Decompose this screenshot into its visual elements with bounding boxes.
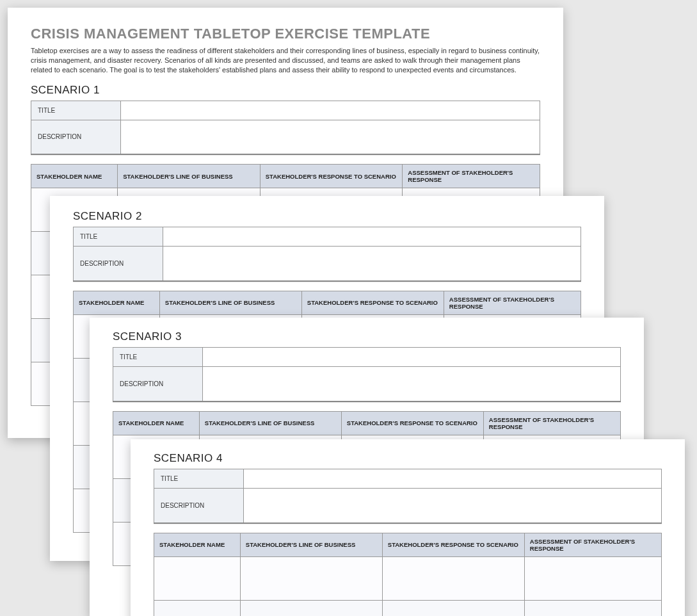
table-row: TITLE	[74, 227, 581, 247]
col-line-of-business: STAKEHOLDER'S LINE OF BUSINESS	[118, 165, 260, 188]
col-stakeholder-name: STAKEHOLDER NAME	[154, 533, 241, 556]
scenario-4-info-table: TITLE DESCRIPTION	[154, 469, 662, 524]
cell[interactable]	[240, 556, 382, 600]
col-assessment: ASSESSMENT OF STAKEHOLDER'S RESPONSE	[403, 165, 540, 188]
scenario-1-info-table: TITLE DESCRIPTION	[31, 101, 540, 156]
cell[interactable]	[154, 556, 241, 600]
scenario-4-heading: SCENARIO 4	[154, 452, 662, 465]
description-label: DESCRIPTION	[31, 120, 121, 154]
title-label: TITLE	[154, 469, 244, 489]
table-row	[154, 600, 662, 616]
col-response: STAKEHOLDER'S RESPONSE TO SCENARIO	[341, 411, 483, 435]
table-header-row: STAKEHOLDER NAME STAKEHOLDER'S LINE OF B…	[74, 291, 581, 314]
table-header-row: STAKEHOLDER NAME STAKEHOLDER'S LINE OF B…	[113, 411, 621, 435]
table-row: DESCRIPTION	[31, 120, 540, 154]
title-value[interactable]	[244, 469, 662, 489]
title-label: TITLE	[31, 101, 121, 120]
title-value[interactable]	[163, 227, 581, 247]
scenario-3-info-table: TITLE DESCRIPTION	[113, 347, 621, 402]
cell[interactable]	[524, 600, 661, 616]
col-stakeholder-name: STAKEHOLDER NAME	[74, 291, 160, 314]
col-line-of-business: STAKEHOLDER'S LINE OF BUSINESS	[159, 291, 301, 314]
col-response: STAKEHOLDER'S RESPONSE TO SCENARIO	[260, 165, 403, 188]
col-line-of-business: STAKEHOLDER'S LINE OF BUSINESS	[240, 533, 382, 556]
scenario-3-heading: SCENARIO 3	[113, 330, 621, 343]
description-value[interactable]	[203, 367, 621, 401]
table-row: TITLE	[154, 469, 662, 489]
table-row	[154, 556, 662, 600]
title-label: TITLE	[113, 348, 203, 367]
title-label: TITLE	[74, 227, 163, 247]
cell[interactable]	[240, 600, 382, 616]
scenario-2-info-table: TITLE DESCRIPTION	[73, 227, 581, 282]
description-value[interactable]	[163, 247, 581, 281]
col-stakeholder-name: STAKEHOLDER NAME	[113, 411, 200, 435]
cell[interactable]	[382, 556, 524, 600]
description-value[interactable]	[244, 489, 662, 523]
col-assessment: ASSESSMENT OF STAKEHOLDER'S RESPONSE	[444, 291, 581, 314]
col-line-of-business: STAKEHOLDER'S LINE OF BUSINESS	[199, 411, 341, 435]
description-label: DESCRIPTION	[154, 489, 244, 523]
table-row: DESCRIPTION	[154, 489, 662, 523]
description-label: DESCRIPTION	[113, 367, 203, 401]
template-page-4: SCENARIO 4 TITLE DESCRIPTION STAKEHOLDER…	[131, 439, 685, 616]
table-header-row: STAKEHOLDER NAME STAKEHOLDER'S LINE OF B…	[154, 533, 662, 556]
col-response: STAKEHOLDER'S RESPONSE TO SCENARIO	[301, 291, 444, 314]
table-header-row: STAKEHOLDER NAME STAKEHOLDER'S LINE OF B…	[31, 165, 540, 188]
table-row: TITLE	[31, 101, 540, 120]
document-title: CRISIS MANAGEMENT TABLETOP EXERCISE TEMP…	[31, 26, 540, 42]
description-label: DESCRIPTION	[74, 247, 163, 281]
scenario-4-stakeholder-table: STAKEHOLDER NAME STAKEHOLDER'S LINE OF B…	[154, 533, 662, 617]
col-assessment: ASSESSMENT OF STAKEHOLDER'S RESPONSE	[524, 533, 661, 556]
col-response: STAKEHOLDER'S RESPONSE TO SCENARIO	[382, 533, 524, 556]
col-stakeholder-name: STAKEHOLDER NAME	[31, 165, 118, 188]
table-row: DESCRIPTION	[74, 247, 581, 281]
cell[interactable]	[524, 556, 661, 600]
cell[interactable]	[154, 600, 241, 616]
description-value[interactable]	[121, 120, 540, 154]
title-value[interactable]	[203, 348, 621, 367]
document-intro: Tabletop exercises are a way to assess t…	[31, 46, 540, 75]
scenario-2-heading: SCENARIO 2	[73, 210, 581, 223]
title-value[interactable]	[121, 101, 540, 120]
col-assessment: ASSESSMENT OF STAKEHOLDER'S RESPONSE	[483, 411, 620, 435]
table-row: TITLE	[113, 348, 621, 367]
scenario-1-heading: SCENARIO 1	[31, 84, 540, 97]
cell[interactable]	[382, 600, 524, 616]
table-row: DESCRIPTION	[113, 367, 621, 401]
